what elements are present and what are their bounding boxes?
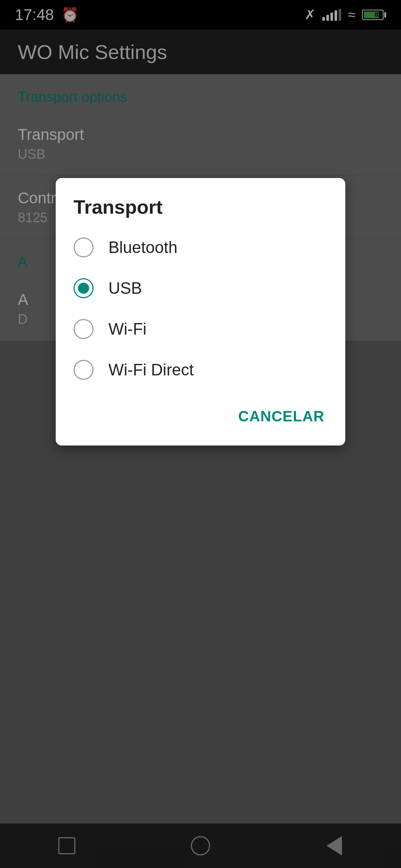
cancel-button[interactable]: CANCELAR <box>235 402 327 431</box>
wifi-direct-option[interactable]: Wi-Fi Direct <box>56 349 345 390</box>
usb-option[interactable]: USB <box>56 268 345 309</box>
wifi-label: Wi-Fi <box>108 320 147 338</box>
dialog-overlay: Transport Bluetooth USB Wi-Fi Wi-Fi Dire… <box>0 0 401 868</box>
usb-radio[interactable] <box>74 278 94 298</box>
bluetooth-radio[interactable] <box>74 237 94 257</box>
wifi-option[interactable]: Wi-Fi <box>56 309 345 349</box>
wifi-radio[interactable] <box>74 319 94 339</box>
dialog-title: Transport <box>56 196 345 227</box>
usb-radio-inner <box>78 283 89 294</box>
dialog-actions: CANCELAR <box>56 393 345 434</box>
wifi-direct-radio[interactable] <box>74 360 94 380</box>
transport-dialog: Transport Bluetooth USB Wi-Fi Wi-Fi Dire… <box>56 178 345 445</box>
wifi-direct-label: Wi-Fi Direct <box>108 361 194 379</box>
bluetooth-label: Bluetooth <box>108 238 177 257</box>
usb-label: USB <box>108 279 142 297</box>
bluetooth-option[interactable]: Bluetooth <box>56 227 345 268</box>
